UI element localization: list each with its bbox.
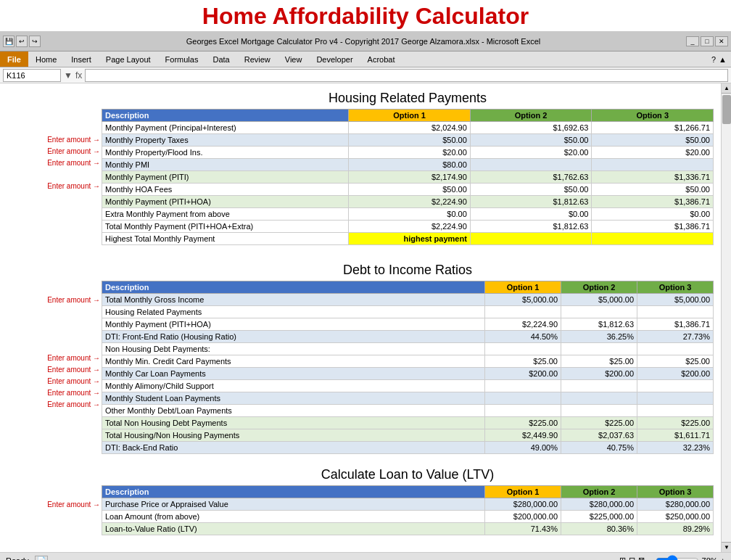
dti-label-11 <box>7 421 102 433</box>
menu-page-layout[interactable]: Page Layout <box>99 52 158 67</box>
menu-review[interactable]: Review <box>237 52 278 67</box>
dti-cell-desc-8: Monthly Student Loan Payments <box>102 392 485 405</box>
menu-insert[interactable]: Insert <box>64 52 99 67</box>
collapse-ribbon-icon[interactable]: ▲ <box>719 55 727 64</box>
dti-cell-opt2-3: 36.25% <box>561 331 637 343</box>
view-layout-icon[interactable]: ⊟ <box>629 556 635 560</box>
housing-cell-opt1-8: $2,224.90 <box>349 221 471 233</box>
dti-row-6: Monthly Car Loan Payments $200.00 $200.0… <box>102 368 714 380</box>
housing-row-1: Monthly Property Taxes $50.00 $50.00 $50… <box>102 134 714 147</box>
close-button[interactable]: ✕ <box>715 36 728 46</box>
zoom-slider[interactable] <box>656 556 699 561</box>
scroll-content[interactable]: Housing Related Payments Enter amount → … <box>0 83 721 552</box>
dti-label-10 <box>7 410 102 421</box>
dti-cell-opt3-7 <box>637 380 714 392</box>
ltv-section: Calculate Loan to Value (LTV) Enter amou… <box>0 460 721 541</box>
dti-row-2: Monthly Payment (PITI+HOA) $2,224.90 $1,… <box>102 318 714 331</box>
housing-cell-opt1-6: $2,224.90 <box>349 196 471 208</box>
dti-cell-opt1-7 <box>485 380 561 392</box>
housing-cell-desc-8: Total Monthly Payment (PITI+HOA+Extra) <box>102 221 349 233</box>
dti-label-12 <box>7 433 102 445</box>
housing-cell-opt1-2: $20.00 <box>349 147 471 159</box>
view-normal-icon[interactable]: ⊞ <box>619 556 626 560</box>
ltv-label-1 <box>7 510 102 522</box>
housing-cell-opt1-7: $0.00 <box>349 208 471 221</box>
dti-label-1 <box>7 305 102 317</box>
cell-reference[interactable]: K116 <box>3 69 61 82</box>
housing-cell-opt3-7: $0.00 <box>592 208 714 221</box>
dti-cell-opt2-10: $225.00 <box>561 417 637 429</box>
dti-cell-opt2-5: $25.00 <box>561 355 637 368</box>
window-controls: _ □ ✕ <box>686 36 728 46</box>
housing-row-4: Monthly Payment (PITI) $2,174.90 $1,762.… <box>102 171 714 184</box>
housing-cell-opt3-5: $50.00 <box>592 184 714 196</box>
excel-chrome: 💾 ↩ ↪ Georges Excel Mortgage Calculator … <box>0 31 731 52</box>
dti-cell-opt3-8 <box>637 392 714 405</box>
maximize-button[interactable]: □ <box>701 36 714 46</box>
scroll-down-button[interactable]: ▼ <box>722 542 731 552</box>
ltv-row-2: Loan-to-Value Ratio (LTV) 71.43% 80.36% … <box>102 523 714 535</box>
ltv-row-1: Loan Amount (from above) $200,000.00 $22… <box>102 511 714 523</box>
housing-cell-opt3-2: $20.00 <box>592 147 714 159</box>
menu-data[interactable]: Data <box>205 52 236 67</box>
ltv-label-0: Enter amount → <box>7 498 102 510</box>
menu-bar: File Home Insert Page Layout Formulas Da… <box>0 52 731 67</box>
housing-cell-desc-3: Monthly PMI <box>102 159 349 171</box>
dti-row-10: Total Non Housing Debt Payments $225.00 … <box>102 417 714 429</box>
dti-cell-opt3-1 <box>637 306 714 318</box>
dti-table-container: Description Option 1 Option 2 Option 3 T… <box>102 281 714 454</box>
label-row-5: Enter amount → <box>7 180 102 192</box>
dti-cell-desc-11: Total Housing/Non Housing Payments <box>102 429 485 442</box>
housing-cell-opt2-3 <box>470 159 592 171</box>
housing-cell-desc-9: Highest Total Monthly Payment <box>102 233 349 245</box>
dti-cell-opt1-5: $25.00 <box>485 355 561 368</box>
housing-cell-opt3-8: $1,386.71 <box>592 221 714 233</box>
menu-home[interactable]: Home <box>28 52 64 67</box>
menu-developer[interactable]: Developer <box>309 52 360 67</box>
zoom-in-icon[interactable]: + <box>721 556 725 561</box>
menu-file[interactable]: File <box>0 52 28 67</box>
dti-header-opt2: Option 2 <box>561 281 637 294</box>
function-icon[interactable]: fx <box>75 70 82 81</box>
minimize-button[interactable]: _ <box>686 36 699 46</box>
label-row-2: Enter amount → <box>7 145 102 157</box>
label-row-9 <box>7 238 102 250</box>
expand-formula-icon[interactable]: ▼ <box>64 70 73 81</box>
excel-toolbar-icons: 💾 ↩ ↪ <box>3 36 41 47</box>
help-icon[interactable]: ? <box>711 55 716 64</box>
ltv-cell-opt2-1: $225,000.00 <box>561 511 637 523</box>
formula-input[interactable] <box>85 69 728 82</box>
ltv-cell-opt3-0: $280,000.00 <box>637 498 714 511</box>
housing-header-desc: Description <box>102 110 349 122</box>
menu-formulas[interactable]: Formulas <box>158 52 206 67</box>
save-icon[interactable]: 💾 <box>3 36 15 47</box>
menu-acrobat[interactable]: Acrobat <box>360 52 402 67</box>
scroll-up-button[interactable]: ▲ <box>722 83 731 94</box>
dti-label-7: Enter amount → <box>7 375 102 387</box>
label-row-1: Enter amount → <box>7 133 102 145</box>
housing-cell-opt1-9: highest payment <box>349 233 471 245</box>
ltv-cell-opt3-2: 89.29% <box>637 523 714 535</box>
ltv-cell-opt1-2: 71.43% <box>485 523 561 535</box>
zoom-out-icon[interactable]: − <box>648 556 652 561</box>
dti-cell-opt2-1 <box>561 306 637 318</box>
scroll-thumb[interactable] <box>722 95 731 124</box>
ltv-header-opt1: Option 1 <box>485 486 561 498</box>
housing-tbody: Monthly Payment (Principal+Interest) $2,… <box>102 122 714 245</box>
ltv-cell-opt2-0: $280,000.00 <box>561 498 637 511</box>
dti-label-4 <box>7 340 102 352</box>
ltv-cell-desc-1: Loan Amount (from above) <box>102 511 485 523</box>
dti-label-8: Enter amount → <box>7 387 102 398</box>
ltv-header-row: Description Option 1 Option 2 Option 3 <box>102 486 714 498</box>
dti-cell-opt1-0: $5,000.00 <box>485 294 561 306</box>
view-page-break-icon[interactable]: ⊠ <box>638 556 645 560</box>
dti-cell-opt1-8 <box>485 392 561 405</box>
menu-right-controls: ? ▲ <box>711 55 731 64</box>
redo-icon[interactable]: ↪ <box>29 36 41 47</box>
menu-view[interactable]: View <box>278 52 310 67</box>
housing-cell-opt2-5: $50.00 <box>470 184 592 196</box>
housing-cell-opt3-6: $1,386.71 <box>592 196 714 208</box>
undo-icon[interactable]: ↩ <box>16 36 28 47</box>
dti-cell-opt1-3: 44.50% <box>485 331 561 343</box>
dti-cell-opt2-7 <box>561 380 637 392</box>
